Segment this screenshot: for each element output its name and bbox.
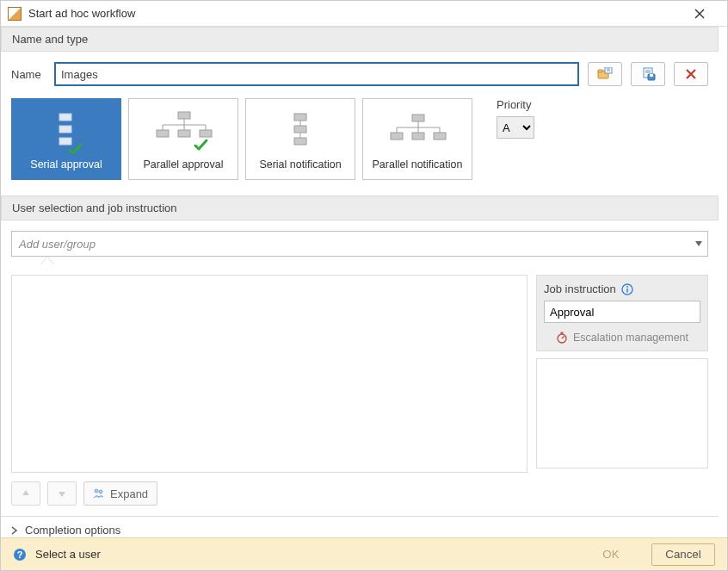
tile-label: Parallel approval [143, 158, 223, 171]
svg-rect-3 [598, 70, 602, 72]
close-icon [694, 9, 705, 19]
svg-rect-28 [294, 126, 306, 133]
workflow-type-tiles: Serial approval [11, 98, 708, 180]
parallel-approval-icon [133, 104, 234, 158]
svg-rect-16 [59, 138, 71, 145]
completion-options-label: Completion options [25, 524, 120, 537]
tile-serial-notification[interactable]: Serial notification [245, 98, 355, 180]
job-instruction-notes[interactable] [536, 358, 708, 469]
escalation-management-button[interactable]: Escalation management [544, 332, 700, 344]
tile-parallel-notification[interactable]: Parallel notification [362, 98, 472, 180]
participants-list[interactable] [11, 275, 527, 473]
load-template-button[interactable] [588, 62, 622, 86]
tile-label: Serial notification [259, 158, 341, 171]
svg-rect-17 [178, 112, 190, 119]
svg-rect-14 [59, 114, 71, 121]
move-down-button[interactable] [47, 481, 77, 506]
svg-rect-24 [178, 130, 190, 137]
dialog-window: Start ad hoc workflow Name and type Name [0, 0, 728, 571]
escalation-label: Escalation management [573, 332, 688, 344]
chevron-right-icon [11, 526, 18, 535]
svg-rect-31 [412, 115, 424, 121]
cancel-button[interactable]: Cancel [651, 543, 715, 566]
parallel-notification-icon [367, 104, 468, 158]
job-instruction-panel: Job instruction [536, 275, 708, 351]
footer-message: Select a user [35, 548, 101, 561]
dialog-footer: ? Select a user OK Cancel [1, 537, 727, 570]
info-icon[interactable] [621, 283, 633, 295]
section-user-selection-header: User selection and job instruction [1, 196, 719, 220]
tile-label: Parallel notification [373, 158, 463, 171]
svg-rect-37 [391, 133, 403, 140]
folder-template-icon [597, 67, 613, 81]
svg-rect-25 [200, 130, 212, 137]
svg-rect-26 [294, 114, 306, 121]
close-button[interactable] [694, 9, 720, 19]
svg-rect-15 [59, 126, 71, 133]
svg-rect-30 [294, 138, 306, 145]
svg-rect-39 [434, 133, 446, 140]
section-name-and-type-header: Name and type [1, 27, 719, 52]
stopwatch-icon [556, 332, 568, 344]
svg-line-45 [562, 337, 565, 339]
speech-tail [40, 256, 54, 264]
delete-x-icon [685, 68, 697, 80]
svg-rect-23 [157, 130, 169, 137]
arrow-up-icon [22, 489, 30, 498]
priority-label: Priority [497, 98, 534, 111]
svg-rect-44 [560, 332, 563, 334]
add-user-placeholder: Add user/group [19, 238, 96, 251]
dialog-body[interactable]: Name and type Name [1, 27, 727, 537]
name-label: Name [11, 68, 46, 81]
app-icon [8, 7, 22, 21]
job-instruction-label: Job instruction [544, 282, 616, 295]
save-template-button[interactable] [631, 62, 665, 86]
arrow-down-icon [58, 489, 66, 498]
expand-button[interactable]: Expand [83, 481, 157, 506]
svg-rect-11 [650, 74, 653, 77]
completion-options-toggle[interactable]: Completion options [1, 516, 719, 537]
titlebar: Start ad hoc workflow [1, 1, 727, 27]
serial-approval-icon [15, 104, 117, 158]
job-instruction-input[interactable] [544, 301, 700, 323]
chevron-down-icon [695, 241, 702, 246]
serial-notification-icon [250, 104, 351, 158]
svg-rect-38 [412, 133, 424, 140]
move-up-button[interactable] [11, 481, 40, 506]
expand-label: Expand [110, 487, 148, 500]
svg-point-47 [99, 490, 102, 493]
tile-parallel-approval[interactable]: Parallel approval [128, 98, 238, 180]
help-icon[interactable]: ? [13, 548, 27, 562]
add-user-group-combo[interactable]: Add user/group [11, 231, 708, 257]
dialog-title: Start ad hoc workflow [28, 7, 694, 20]
save-template-icon [640, 67, 656, 81]
name-input[interactable] [54, 62, 579, 86]
clear-name-button[interactable] [674, 62, 708, 86]
svg-text:?: ? [17, 549, 23, 560]
svg-rect-42 [626, 289, 628, 293]
svg-point-46 [95, 489, 98, 493]
ok-button: OK [579, 543, 643, 566]
tile-serial-approval[interactable]: Serial approval [11, 98, 121, 180]
tile-label: Serial approval [30, 158, 102, 171]
priority-select[interactable]: A [497, 116, 534, 139]
svg-point-41 [626, 286, 628, 288]
expand-users-icon [93, 488, 105, 499]
